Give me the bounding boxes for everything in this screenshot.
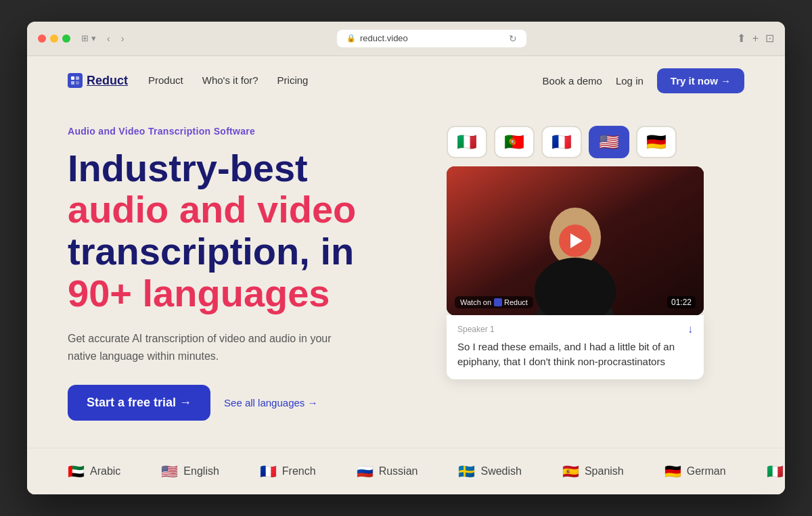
tab-area: ⊞ ▾ [81, 33, 96, 43]
flag-portuguese[interactable]: 🇵🇹 [494, 126, 535, 158]
flag-french-ticker: 🇫🇷 [260, 463, 277, 479]
transcript-line2: epiphany, that I don't think non-procras… [457, 356, 665, 367]
nav-product[interactable]: Product [148, 74, 183, 86]
start-trial-button[interactable]: Start a free trial → [68, 385, 210, 421]
watch-on-text: Watch on [460, 298, 491, 306]
ticker-spanish: 🇪🇸 Spanish [562, 463, 624, 479]
lang-spanish: Spanish [585, 465, 624, 477]
ticker-french: 🇫🇷 French [260, 463, 316, 479]
brand-logo: Reduct [494, 298, 528, 306]
nav-pricing[interactable]: Pricing [277, 74, 309, 86]
minimize-button[interactable] [50, 34, 58, 43]
language-ticker: 🇦🇪 Arabic 🇺🇸 English 🇫🇷 French 🇷🇺 Russia… [27, 448, 785, 494]
lang-german: German [687, 465, 726, 477]
lang-swedish: Swedish [480, 465, 521, 477]
url-text: reduct.video [360, 33, 408, 43]
tab-overview-icon[interactable]: ⊡ [765, 32, 774, 45]
browser-actions: ⬆ + ⊡ [737, 32, 774, 45]
lang-english: English [183, 465, 219, 477]
flag-french[interactable]: 🇫🇷 [541, 126, 582, 158]
lang-french: French [282, 465, 316, 477]
nav-whos-it-for[interactable]: Who's it for? [202, 74, 258, 86]
logo-icon [68, 73, 83, 88]
back-button[interactable]: ‹ [104, 32, 113, 45]
see-all-languages-link[interactable]: See all languages → [224, 397, 317, 408]
transcript-speaker-row: Speaker 1 ↓ [457, 323, 693, 335]
nav-right: Book a demo Log in Try it now → [543, 68, 744, 93]
video-container: 01:22 Watch on Reduct [447, 166, 704, 315]
logo[interactable]: Reduct [68, 73, 128, 88]
svg-rect-1 [76, 76, 79, 80]
forward-button[interactable]: › [118, 32, 127, 45]
close-button[interactable] [38, 34, 46, 43]
refresh-icon[interactable]: ↻ [509, 33, 517, 44]
play-button[interactable] [559, 225, 591, 257]
ticker-track: 🇦🇪 Arabic 🇺🇸 English 🇫🇷 French 🇷🇺 Russia… [27, 463, 785, 479]
traffic-lights [38, 34, 70, 43]
flag-english-ticker: 🇺🇸 [161, 463, 178, 479]
svg-rect-2 [71, 81, 74, 85]
ticker-swedish: 🇸🇪 Swedish [458, 463, 521, 479]
hero-description: Get accurate AI transcription of video a… [68, 330, 338, 365]
hero-right: 🇮🇹 🇵🇹 🇫🇷 🇺🇸 🇩🇪 [447, 126, 704, 379]
lang-russian: Russian [379, 465, 418, 477]
address-bar-wrapper: 🔒 reduct.video ↻ [135, 30, 728, 47]
book-demo-button[interactable]: Book a demo [543, 75, 602, 87]
tab-icon: ⊞ [81, 33, 89, 43]
brand-name: Reduct [504, 298, 528, 306]
new-tab-icon[interactable]: + [752, 32, 759, 45]
transcript-scroll-icon[interactable]: ↓ [687, 323, 693, 335]
browser-chrome: ⊞ ▾ ‹ › 🔒 reduct.video ↻ ⬆ + ⊡ [27, 22, 785, 56]
flag-german-ticker: 🇩🇪 [664, 463, 681, 479]
nav-links: Product Who's it for? Pricing [148, 74, 308, 87]
page-content: Reduct Product Who's it for? Pricing Boo… [27, 56, 785, 495]
ticker-german: 🇩🇪 German [664, 463, 726, 479]
chevron-down-icon: ▾ [91, 33, 96, 43]
navbar: Reduct Product Who's it for? Pricing Boo… [27, 56, 785, 105]
hero-title-line1: Industry-best [68, 147, 308, 189]
logo-text: Reduct [87, 74, 128, 88]
transcript-box: Speaker 1 ↓ So I read these emails, and … [447, 315, 704, 379]
flag-arabic: 🇦🇪 [68, 463, 85, 479]
flag-italian[interactable]: 🇮🇹 [447, 126, 487, 158]
ticker-russian: 🇷🇺 Russian [357, 463, 418, 479]
ticker-english: 🇺🇸 English [161, 463, 219, 479]
maximize-button[interactable] [62, 34, 70, 43]
hero-actions: Start a free trial → See all languages → [68, 385, 420, 421]
ticker-arabic: 🇦🇪 Arabic [68, 463, 120, 479]
hero-title: Industry-best audio and video transcript… [68, 147, 420, 314]
ticker-italian: 🇮🇹 Italian [767, 463, 785, 479]
lock-icon: 🔒 [346, 34, 356, 43]
try-now-button[interactable]: Try it now → [657, 68, 744, 93]
video-timestamp: 01:22 [667, 296, 696, 308]
hero-section: Audio and Video Transcription Software I… [27, 105, 785, 448]
share-icon[interactable]: ⬆ [737, 32, 746, 45]
flag-italian-ticker: 🇮🇹 [767, 463, 784, 479]
lang-arabic: Arabic [90, 465, 120, 477]
flag-german[interactable]: 🇩🇪 [636, 126, 677, 158]
speaker-label: Speaker 1 [457, 325, 495, 334]
transcript-text: So I read these emails, and I had a litt… [457, 339, 693, 370]
flag-row: 🇮🇹 🇵🇹 🇫🇷 🇺🇸 🇩🇪 [447, 126, 704, 158]
brand-icon [494, 298, 502, 306]
flag-russian: 🇷🇺 [357, 463, 374, 479]
address-bar[interactable]: 🔒 reduct.video ↻ [337, 30, 526, 47]
hero-title-line4: 90+ languages [68, 272, 330, 314]
browser-window: ⊞ ▾ ‹ › 🔒 reduct.video ↻ ⬆ + ⊡ [27, 22, 785, 495]
flag-swedish: 🇸🇪 [458, 463, 475, 479]
hero-title-line3: transcription, in [68, 230, 354, 273]
svg-rect-3 [76, 81, 79, 85]
video-brand-label: Watch on Reduct [455, 296, 533, 308]
flag-english[interactable]: 🇺🇸 [589, 126, 629, 158]
login-button[interactable]: Log in [616, 75, 644, 87]
hero-title-line2: audio and video [68, 188, 356, 231]
svg-rect-0 [71, 76, 74, 80]
flag-spanish: 🇪🇸 [562, 463, 579, 479]
transcript-line1: So I read these emails, and I had a litt… [457, 341, 675, 352]
browser-nav: ‹ › [104, 32, 127, 45]
hero-left: Audio and Video Transcription Software I… [68, 126, 420, 421]
hero-subtitle: Audio and Video Transcription Software [68, 126, 420, 137]
